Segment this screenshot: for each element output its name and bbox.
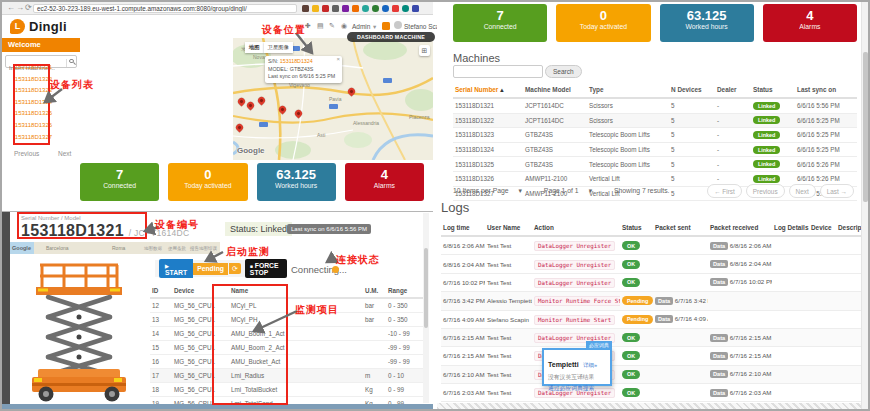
fullscreen-icon[interactable]: ⊞ <box>419 45 430 56</box>
table-row: 17 MG_56_CPU1 Lmi_Radius m 0 - 10 <box>150 369 425 383</box>
extension-icon[interactable] <box>362 5 369 12</box>
scrollbar[interactable] <box>423 213 429 403</box>
column-header-username: User Name <box>485 220 532 236</box>
map-control-map[interactable]: 地图 <box>245 42 264 53</box>
data-badge[interactable]: Data <box>710 278 728 286</box>
sidebar-item-device[interactable]: 153118D1324 <box>13 97 54 109</box>
extension-icon[interactable] <box>412 5 419 12</box>
popup-sn-value[interactable]: 153118D1324 <box>280 58 313 64</box>
extension-icon[interactable] <box>352 5 359 12</box>
column-header-lastsync[interactable]: Last sync on <box>795 82 857 98</box>
extension-icon[interactable] <box>402 5 409 12</box>
dictionary-search-link[interactable]: 通过必应词典搜索 <box>548 384 606 393</box>
sidebar-item-device[interactable]: 153118D1321 <box>13 62 54 74</box>
monitor-controls: ▶ START Pending ⟳ ■ FORCE STOP <box>155 260 287 277</box>
map-report-link[interactable]: 报告地图错误 <box>190 246 217 251</box>
refresh-icon[interactable]: ⟳ <box>25 3 32 12</box>
extension-icon[interactable] <box>322 5 329 12</box>
column-header-type[interactable]: Type <box>587 82 669 98</box>
dashboard-macchine-button[interactable]: DASHBOARD MACCHINE <box>347 32 435 42</box>
sidebar-item-device[interactable]: 153118D1326 <box>13 120 54 132</box>
sidebar-item-device[interactable]: 153118D1323 <box>13 85 54 97</box>
items-per-page-select[interactable]: 10 Items per Page▾ <box>453 187 532 194</box>
location-map-strip[interactable]: Google Barcelona Roma 地图数据 使用条款 报告地图错误 <box>10 242 220 254</box>
data-badge[interactable]: Data <box>710 389 728 397</box>
table-row: 14 MG_56_CPU1 AMU_Boom_1_Act -10 - 99 <box>150 327 425 341</box>
data-badge[interactable]: Data <box>655 297 673 305</box>
dictionary-detail-link[interactable]: 详细» <box>583 362 597 368</box>
serial-link[interactable]: 153118D1322 <box>455 117 494 124</box>
scrollbar[interactable] <box>861 2 868 409</box>
printer-icon[interactable]: ▤ <box>317 22 324 30</box>
extension-icon[interactable] <box>312 5 319 12</box>
connection-dot-icon <box>332 266 339 273</box>
extension-icon[interactable] <box>392 5 399 12</box>
stat-label: Worked hours <box>660 23 754 30</box>
eye-icon[interactable]: ◉ <box>341 22 347 30</box>
status-badge: Linked <box>753 160 780 168</box>
column-header-range: Range <box>386 284 425 298</box>
address-bar[interactable]: ec2-52-30-223-189.eu-west-1.compute.amaz… <box>33 4 297 13</box>
extension-icon[interactable] <box>382 5 389 12</box>
next-link[interactable]: Next <box>58 150 71 157</box>
scrollbar-thumb[interactable] <box>863 52 868 202</box>
sidebar-item-device[interactable]: 153118D1322 <box>13 74 54 86</box>
welcome-tab[interactable]: Welcome <box>2 38 80 52</box>
extension-icon[interactable] <box>302 5 309 12</box>
previous-page-button[interactable]: Previous <box>746 184 785 198</box>
data-badge[interactable]: Data <box>710 352 728 360</box>
log-row: 6/7/16 2:15 AM Test Test DataLogger Unre… <box>441 347 865 365</box>
action-code: Monitor Runtime Start <box>534 315 615 325</box>
data-badge[interactable]: Data <box>710 242 728 250</box>
edit-icon[interactable]: ✎ <box>329 22 335 30</box>
stats-row: 7 Connected 0 Today activated 63.125 Wor… <box>453 4 857 42</box>
column-header-model[interactable]: Machine Model <box>523 82 587 98</box>
data-badge[interactable]: Data <box>710 370 728 378</box>
search-button[interactable]: Search <box>545 65 582 78</box>
extension-icon[interactable] <box>342 5 349 12</box>
serial-link[interactable]: 153118D1323 <box>455 131 494 138</box>
previous-link[interactable]: Previous <box>14 150 39 157</box>
stat-value: 0 <box>556 8 650 23</box>
notification-icon[interactable] <box>382 22 390 30</box>
start-button[interactable]: ▶ START <box>159 259 193 278</box>
column-header-serial[interactable]: Serial Number ▴ <box>453 82 523 98</box>
page-select[interactable]: Page 1 of 1▾ <box>544 187 602 194</box>
sidebar-item-device[interactable]: 153118D1325 <box>13 108 54 120</box>
dictionary-popup-tab[interactable]: 必应词典 <box>586 341 612 349</box>
serial-link[interactable]: 153118D1321 <box>455 102 494 109</box>
stat-value: 63.125 <box>257 167 336 182</box>
first-page-button[interactable]: ← First <box>707 184 742 198</box>
column-header-status[interactable]: Status <box>751 82 795 98</box>
map-control-satellite[interactable]: 卫星图像 <box>264 42 293 53</box>
data-badge[interactable]: Data <box>710 334 728 342</box>
admin-menu[interactable]: Admin <box>352 23 370 30</box>
force-stop-button[interactable]: ■ FORCE STOP <box>245 259 287 278</box>
serial-link[interactable]: 153118D1324 <box>455 146 494 153</box>
forward-icon[interactable]: → <box>16 3 24 12</box>
search-icon[interactable] <box>66 59 74 67</box>
sidebar-item-device[interactable]: 153118D1327 <box>13 132 54 144</box>
column-header-ndevices[interactable]: N Devices <box>669 82 715 98</box>
map-terms-link[interactable]: 使用条款 <box>168 246 186 251</box>
data-badge[interactable]: Data <box>655 315 673 323</box>
serial-link[interactable]: 153118D1325 <box>455 161 494 168</box>
last-page-button[interactable]: Last → <box>820 184 854 198</box>
back-icon[interactable]: ← <box>7 3 15 12</box>
refresh-button[interactable]: ⟳ <box>229 263 241 274</box>
column-header-name: Name <box>229 284 363 298</box>
pending-badge: Pending <box>193 263 228 275</box>
status-badge: Linked <box>753 102 780 110</box>
extension-icon[interactable] <box>332 5 339 12</box>
close-icon[interactable]: × <box>336 56 340 62</box>
next-page-button[interactable]: Next <box>789 184 816 198</box>
scrollbar-thumb[interactable] <box>424 248 428 328</box>
machines-map[interactable]: 米兰 Milano Novara Vigevano Pavia Asti Ale… <box>233 38 433 160</box>
monitor-items-table: ID Device Name U.M. Range 12 MG_56_CPU1 … <box>150 284 425 411</box>
column-header-dealer[interactable]: Dealer <box>715 82 751 98</box>
extension-icon[interactable] <box>372 5 379 12</box>
data-badge[interactable]: Data <box>710 260 728 268</box>
serial-link[interactable]: 153118D1326 <box>455 175 494 182</box>
status-badge: OK <box>622 388 640 397</box>
status-badge: OK <box>622 370 640 379</box>
